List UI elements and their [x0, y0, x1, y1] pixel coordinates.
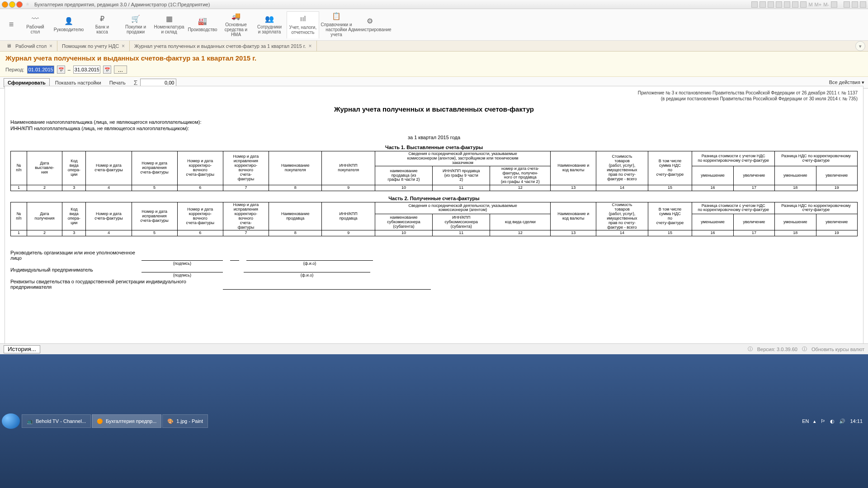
barchart-icon: ııl: [300, 15, 306, 23]
sys-icon: [9, 1, 15, 8]
tab-vat-helper[interactable]: Помощник по учету НДС ×: [57, 41, 130, 51]
close-icon[interactable]: ×: [309, 43, 312, 49]
page-header: Журнал учета полученных и выданных счето…: [0, 52, 868, 64]
nav-stock[interactable]: ▦Номенклатураи склад: [153, 11, 185, 38]
calendar-icon[interactable]: 📅: [57, 66, 65, 74]
m-minus-label[interactable]: M-: [823, 2, 829, 7]
nav-admin[interactable]: ⚙Администрирование: [354, 11, 386, 38]
period-label: Период:: [5, 67, 24, 72]
tab-label: Рабочий стол: [15, 43, 47, 49]
person-icon: 👤: [64, 17, 73, 25]
sys-icon: [16, 1, 23, 8]
tab-journal[interactable]: Журнал учета полученных и выданных счето…: [130, 41, 316, 51]
all-actions-menu[interactable]: Все действия: [829, 80, 864, 85]
titlebar-icon[interactable]: [768, 1, 774, 8]
dash: –: [68, 67, 71, 72]
sum-field[interactable]: [140, 79, 176, 87]
period-more-button[interactable]: ...: [114, 66, 127, 74]
nav-sales[interactable]: 🛒Покупки ипродажи: [119, 11, 152, 38]
titlebar-icon[interactable]: [800, 1, 807, 8]
menu-hamburger[interactable]: ≡: [5, 20, 18, 29]
nav-production[interactable]: 🏭Производство: [186, 11, 219, 38]
page-title: Журнал учета полученных и выданных счето…: [5, 54, 863, 62]
tab-label: Помощник по учету НДС: [62, 43, 119, 49]
date-from-input[interactable]: [27, 66, 54, 74]
close-icon[interactable]: [860, 1, 866, 8]
tab-desktop[interactable]: 🖥 Рабочий стол ×: [2, 41, 57, 51]
titlebar-icon[interactable]: [776, 1, 782, 8]
titlebar-icon[interactable]: [760, 1, 766, 8]
titlebar-icon[interactable]: [751, 1, 758, 8]
truck-icon: 🚚: [231, 12, 241, 20]
desktop-icon: 🖥: [6, 43, 13, 49]
nav-taxes[interactable]: ıılУчет, налоги,отчетность: [287, 11, 319, 38]
clipboard-icon: 📋: [332, 12, 341, 20]
main-toolbar: ≡ 〰Рабочийстол 👤Руководителю ₽Банк икасс…: [0, 9, 868, 41]
nav-references[interactable]: 📋Справочники инастройки учета: [320, 11, 353, 38]
app-icon: [2, 1, 8, 8]
nav-desktop[interactable]: 〰Рабочийстол: [19, 11, 52, 38]
tab-label: Журнал учета полученных и выданных счето…: [134, 43, 306, 49]
titlebar-right: M M+ M-: [751, 1, 866, 8]
chart-icon: 〰: [32, 15, 39, 23]
window-titlebar: ★ Бухгалтерия предприятия, редакция 3.0 …: [0, 0, 868, 9]
factory-icon: 🏭: [198, 17, 207, 25]
money-icon: ₽: [100, 15, 104, 23]
m-plus-label[interactable]: M+: [815, 2, 822, 7]
print-link[interactable]: Печать: [107, 80, 128, 85]
info-icon[interactable]: [831, 1, 837, 8]
report-area[interactable]: Приложение № 3 к постановлению Правитель…: [5, 86, 863, 89]
people-icon: 👥: [265, 15, 274, 23]
close-icon[interactable]: ×: [122, 43, 125, 49]
nav-employees[interactable]: 👥Сотрудникии зарплата: [253, 11, 286, 38]
tabs-row: 🖥 Рабочий стол × Помощник по учету НДС ×…: [0, 41, 868, 52]
collapse-tabs-button[interactable]: ▾: [855, 41, 865, 51]
titlebar-icon[interactable]: [784, 1, 790, 8]
titlebar-icon[interactable]: [792, 1, 798, 8]
nav-assets[interactable]: 🚚Основныесредства и НМА: [220, 11, 252, 38]
sigma-icon: Σ: [134, 79, 138, 86]
calendar-icon[interactable]: 📅: [103, 66, 111, 74]
nav-manager[interactable]: 👤Руководителю: [52, 11, 85, 38]
show-settings-link[interactable]: Показать настройки: [52, 80, 104, 85]
date-to-input[interactable]: [73, 66, 100, 74]
close-icon[interactable]: ×: [49, 43, 52, 49]
window-title: Бухгалтерия предприятия, редакция 3.0 / …: [34, 2, 751, 7]
nav-bank[interactable]: ₽Банк икасса: [86, 11, 118, 38]
period-bar: Период: 📅 – 📅 ...: [0, 64, 868, 77]
gear-icon: ⚙: [367, 17, 373, 25]
grid-icon: ▦: [166, 15, 173, 23]
maximize-icon[interactable]: [852, 1, 858, 8]
cart-icon: 🛒: [131, 15, 140, 23]
m-label[interactable]: M: [808, 2, 812, 7]
star-icon[interactable]: ★: [25, 1, 30, 7]
minimize-icon[interactable]: [844, 1, 850, 8]
